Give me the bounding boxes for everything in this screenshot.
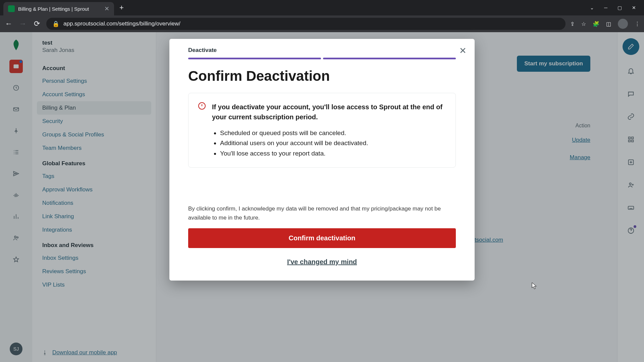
minimize-icon[interactable]: ─ [604, 5, 607, 10]
browser-chrome: Billing & Plan | Settings | Sprout ✕ + ⌄… [0, 0, 644, 32]
warning-icon [198, 102, 206, 110]
modal-scrim[interactable]: ✕ Deactivate Confirm Deactivation If you… [0, 32, 644, 362]
modal-step-label: Deactivate [188, 47, 456, 54]
cursor-icon [532, 282, 538, 290]
modal-title: Confirm Deactivation [188, 68, 456, 84]
bookmark-icon[interactable]: ☆ [581, 21, 586, 27]
profile-avatar[interactable] [618, 19, 628, 29]
share-icon[interactable]: ⇪ [570, 21, 575, 27]
kebab-icon[interactable]: ⋮ [635, 21, 640, 27]
warning-lead: If you deactivate your account, you'll l… [212, 102, 445, 122]
back-button[interactable]: ← [4, 19, 13, 28]
chevron-down-icon[interactable]: ⌄ [590, 5, 594, 10]
app-shell: SJ test Sarah Jonas Account Personal Set… [0, 32, 644, 362]
changed-mind-link[interactable]: I've changed my mind [188, 258, 456, 266]
progress-bar [188, 58, 456, 59]
address-bar: ← → ⟳ 🔒 app.sproutsocial.com/settings/bi… [0, 15, 644, 32]
confirm-deactivation-button[interactable]: Confirm deactivation [188, 228, 456, 248]
extensions-icon[interactable]: 🧩 [593, 21, 599, 27]
browser-tab[interactable]: Billing & Plan | Settings | Sprout ✕ [3, 2, 114, 15]
acknowledgement-text: By clicking confirm, I acknowledge my da… [188, 204, 456, 222]
warning-box: If you deactivate your account, you'll l… [188, 93, 456, 168]
tab-bar: Billing & Plan | Settings | Sprout ✕ + ⌄… [0, 0, 644, 15]
close-window-icon[interactable]: ✕ [632, 5, 636, 10]
lock-icon: 🔒 [52, 20, 59, 27]
warning-list: Scheduled or queued posts will be cancel… [212, 128, 445, 159]
tab-title: Billing & Plan | Settings | Sprout [18, 6, 101, 12]
window-controls: ⌄ ─ ▢ ✕ [590, 5, 644, 10]
deactivate-modal: ✕ Deactivate Confirm Deactivation If you… [169, 39, 475, 281]
url-input[interactable]: 🔒 app.sproutsocial.com/settings/billing/… [46, 18, 566, 30]
modal-close-button[interactable]: ✕ [459, 46, 467, 56]
warning-bullet: Scheduled or queued posts will be cancel… [220, 128, 445, 138]
url-text: app.sproutsocial.com/settings/billing/ov… [63, 20, 180, 27]
sidepanel-icon[interactable]: ◫ [606, 21, 611, 27]
warning-bullet: You'll lose access to your report data. [220, 148, 445, 159]
new-tab-button[interactable]: + [119, 3, 124, 12]
maximize-icon[interactable]: ▢ [618, 5, 622, 10]
warning-bullet: Additional users on your account will be… [220, 138, 445, 148]
reload-button[interactable]: ⟳ [32, 19, 42, 28]
favicon [8, 5, 15, 12]
tab-close-icon[interactable]: ✕ [104, 5, 109, 12]
forward-button[interactable]: → [18, 19, 28, 28]
